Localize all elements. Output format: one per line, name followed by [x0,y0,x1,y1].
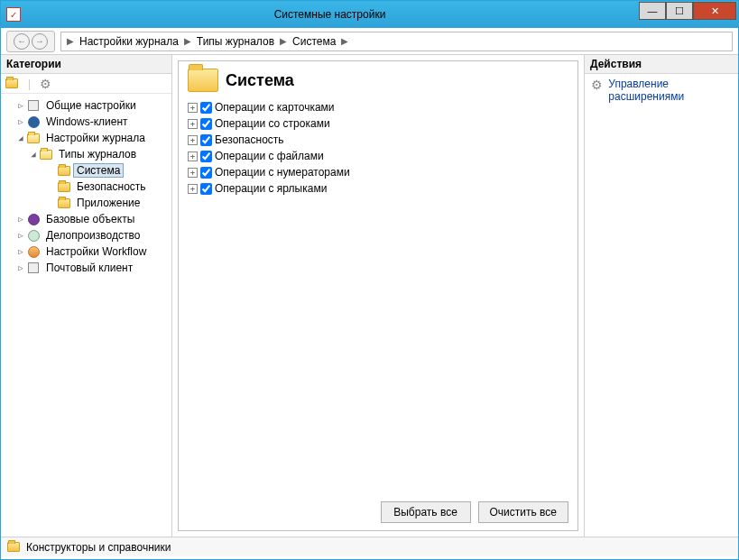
expand-icon[interactable]: ▷ [15,263,26,272]
breadcrumb-item[interactable]: Система [289,35,339,48]
expand-icon[interactable]: + [188,168,198,178]
operation-checkbox[interactable] [200,134,212,146]
maximize-button[interactable]: ☐ [666,2,693,20]
tree-item[interactable]: ◢Настройки журнала [3,130,170,146]
folder-open-icon [39,147,53,161]
operation-checkbox[interactable] [200,167,212,179]
expand-icon[interactable]: + [188,184,198,194]
chevron-right-icon: ▶ [278,36,289,46]
operation-checkbox[interactable] [200,151,212,162]
expand-icon[interactable]: + [188,151,198,161]
close-button[interactable]: ✕ [693,2,736,20]
operation-label: Операции с нумераторами [215,166,350,179]
circle-blue-icon [26,115,41,129]
tree-item[interactable]: ▷Общие настройки [3,97,170,114]
tree-item[interactable]: ▷Базовые объекты [3,211,170,227]
app-icon: ✓ [6,7,21,22]
chevron-right-icon: ▶ [65,36,76,46]
tree-item-label: Типы журналов [55,147,140,161]
tree-item-label: Делопроизводство [42,228,143,243]
center-pane: Система +Операции с карточками+Операции … [172,55,585,537]
expand-icon[interactable]: ▷ [15,247,26,256]
categories-pane: Категории | ⚙ ▷Общие настройки▷Windows-к… [1,55,172,537]
tree-item-label: Безопасность [73,179,150,194]
expand-icon[interactable]: ▷ [15,117,26,126]
categories-toolbar: | ⚙ [1,74,171,94]
checklist-row: +Операции со строками [188,115,568,132]
tree-item-label: Настройки Workflow [42,244,150,259]
folder-icon [57,163,71,178]
chevron-right-icon: ▶ [339,36,350,46]
nav-bar: ← → ▶ Настройки журнала ▶ Типы журналов … [1,28,738,55]
checklist-row: +Операции с ярлыками [188,180,568,197]
tree-item-label: Windows-клиент [42,115,132,129]
circle-orange-icon [26,244,41,259]
manage-extensions-link[interactable]: ⚙ Управление расширениями [590,78,733,103]
circle-purple-icon [26,212,41,226]
expand-icon[interactable]: ▷ [15,101,26,110]
breadcrumb-item[interactable]: Настройки журнала [76,35,182,48]
actions-header: Действия [585,55,738,74]
circle-teal-icon [26,228,41,243]
folder-icon [188,69,218,92]
checklist-row: +Операции с карточками [188,99,568,115]
categories-header: Категории [1,55,171,74]
breadcrumb[interactable]: ▶ Настройки журнала ▶ Типы журналов ▶ Си… [60,32,733,51]
tree-item[interactable]: Безопасность [3,179,170,195]
toolbar-separator: | [28,78,31,90]
tree-item[interactable]: Приложение [3,195,170,211]
title-bar: ✓ Системные настройки — ☐ ✕ [1,1,738,28]
tree-item[interactable]: ▷Делопроизводство [3,227,170,243]
tree-item-label: Общие настройки [42,98,140,113]
tree-item[interactable]: ▷Почтовый клиент [3,260,170,276]
clear-all-button[interactable]: Очистить все [478,501,568,523]
operation-checklist: +Операции с карточками+Операции со строк… [188,99,568,494]
sq-icon [26,98,41,113]
checklist-row: +Операции с нумераторами [188,164,568,180]
tree-item-label: Базовые объекты [42,212,138,226]
expand-icon[interactable]: + [188,119,198,129]
center-header: Система [188,69,568,92]
expand-icon[interactable]: ▷ [15,215,26,224]
center-buttons: Выбрать все Очистить все [188,494,568,523]
tree-item[interactable]: ▷Настройки Workflow [3,243,170,260]
minimize-button[interactable]: — [639,2,666,20]
chevron-right-icon: ▶ [182,36,193,46]
tree-item-label: Приложение [73,196,143,210]
window-title: Системные настройки [21,8,639,21]
operation-checkbox[interactable] [200,183,212,195]
operation-label: Операции со строками [215,117,330,130]
folder-icon [57,179,71,194]
expand-icon[interactable]: + [188,135,198,145]
collapse-icon[interactable]: ◢ [15,133,26,142]
checklist-row: +Безопасность [188,132,568,148]
back-icon: ← [14,33,30,50]
tree-item-label: Система [73,163,124,178]
expand-icon[interactable]: ▷ [15,231,26,240]
select-all-button[interactable]: Выбрать все [381,501,471,523]
operation-label: Операции с файлами [215,150,324,162]
folder-icon[interactable] [5,77,19,91]
forward-icon: → [32,33,48,50]
operation-checkbox[interactable] [200,102,212,114]
tree-item[interactable]: Система [3,162,170,179]
tree-item-label: Почтовый клиент [42,261,136,275]
status-text: Конструкторы и справочники [26,541,171,554]
breadcrumb-item[interactable]: Типы журналов [193,35,278,48]
tree-item[interactable]: ◢Типы журналов [3,146,170,162]
checklist-row: +Операции с файлами [188,148,568,164]
expand-icon[interactable]: + [188,103,198,113]
nav-back-forward[interactable]: ← → [6,31,55,52]
collapse-icon[interactable]: ◢ [28,150,39,159]
operation-label: Операции с ярлыками [215,182,327,195]
gear-icon[interactable]: ⚙ [38,77,52,91]
center-frame: Система +Операции с карточками+Операции … [178,60,578,531]
operation-label: Безопасность [215,133,284,146]
tree-item[interactable]: ▷Windows-клиент [3,114,170,130]
gear-icon: ⚙ [590,78,603,92]
operation-checkbox[interactable] [200,118,212,130]
sq-icon [26,261,41,275]
action-link-label: Управление расширениями [608,78,733,103]
center-title: Система [226,71,294,90]
category-tree: ▷Общие настройки▷Windows-клиент◢Настройк… [1,94,171,537]
